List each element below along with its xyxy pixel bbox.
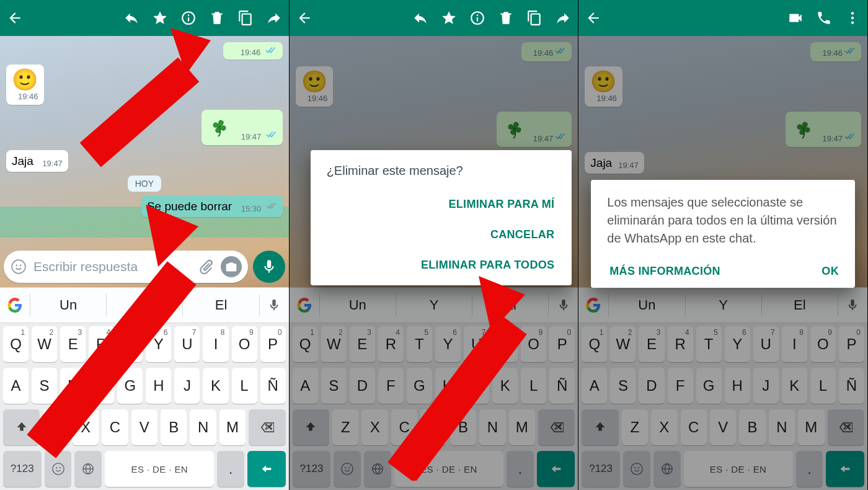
key-Q[interactable]: 1Q bbox=[3, 326, 29, 362]
key-E[interactable]: 3E bbox=[60, 326, 86, 362]
key-L[interactable]: L bbox=[232, 368, 257, 404]
key-Z[interactable]: Z bbox=[43, 409, 69, 445]
trash-icon[interactable] bbox=[497, 9, 515, 27]
key-W[interactable]: 2W bbox=[610, 326, 636, 362]
key-Q[interactable]: 1Q bbox=[582, 326, 607, 362]
message-sent[interactable]: 19:46 bbox=[223, 42, 283, 60]
video-icon[interactable] bbox=[787, 9, 804, 27]
key-P[interactable]: 0P bbox=[549, 326, 575, 362]
info-icon[interactable] bbox=[180, 9, 197, 27]
key-B[interactable]: B bbox=[739, 409, 765, 445]
google-icon[interactable] bbox=[0, 298, 30, 313]
key-R[interactable]: 4R bbox=[378, 326, 404, 362]
key-V[interactable]: V bbox=[710, 409, 736, 445]
key-G[interactable]: G bbox=[696, 368, 722, 404]
key-S[interactable]: S bbox=[610, 368, 636, 404]
key-L[interactable]: L bbox=[521, 368, 546, 404]
message-received[interactable]: 🙂 19:46 bbox=[6, 65, 44, 105]
enter-key[interactable] bbox=[247, 451, 286, 487]
key-K[interactable]: K bbox=[203, 368, 228, 404]
message-sent-selected[interactable]: Se puede borrar 15:30 bbox=[141, 195, 283, 217]
key-R[interactable]: 4R bbox=[89, 326, 114, 362]
key-E[interactable]: 3E bbox=[350, 326, 375, 362]
key-F[interactable]: F bbox=[378, 368, 404, 404]
key-N[interactable]: N bbox=[769, 409, 795, 445]
keyboard-mic-icon[interactable] bbox=[259, 294, 289, 316]
emoji-key[interactable] bbox=[45, 451, 72, 487]
mic-button[interactable] bbox=[253, 251, 285, 283]
copy-icon[interactable] bbox=[526, 9, 543, 27]
numbers-key[interactable]: ?123 bbox=[3, 451, 42, 487]
period-key[interactable]: . bbox=[217, 451, 244, 487]
key-M[interactable]: M bbox=[798, 409, 824, 445]
delete-for-all-button[interactable]: ELIMINAR PARA TODOS bbox=[327, 250, 559, 280]
key-U[interactable]: 7U bbox=[174, 326, 200, 362]
suggestion-1[interactable]: Un bbox=[30, 294, 106, 316]
key-Q[interactable]: 1Q bbox=[293, 326, 318, 362]
star-icon[interactable] bbox=[440, 9, 458, 27]
key-Ñ[interactable]: Ñ bbox=[839, 368, 864, 404]
message-sent[interactable]: 19:47 bbox=[202, 110, 282, 145]
key-A[interactable]: A bbox=[293, 368, 318, 404]
key-W[interactable]: 2W bbox=[32, 326, 57, 362]
key-D[interactable]: D bbox=[639, 368, 664, 404]
key-Ñ[interactable]: Ñ bbox=[260, 368, 286, 404]
backspace-key[interactable] bbox=[249, 409, 285, 445]
key-S[interactable]: S bbox=[32, 368, 57, 404]
key-O[interactable]: 9O bbox=[521, 326, 546, 362]
key-Y[interactable]: 6Y bbox=[725, 326, 750, 362]
key-V[interactable]: V bbox=[420, 409, 446, 445]
key-N[interactable]: N bbox=[190, 409, 216, 445]
key-F[interactable]: F bbox=[89, 368, 114, 404]
suggestion-3[interactable]: El bbox=[182, 294, 259, 316]
key-D[interactable]: D bbox=[60, 368, 86, 404]
key-I[interactable]: 8I bbox=[782, 326, 807, 362]
key-O[interactable]: 9O bbox=[232, 326, 257, 362]
key-J[interactable]: J bbox=[174, 368, 200, 404]
forward-icon[interactable] bbox=[265, 9, 283, 27]
reply-icon[interactable] bbox=[412, 9, 429, 27]
more-icon[interactable] bbox=[844, 9, 861, 27]
key-A[interactable]: A bbox=[3, 368, 29, 404]
key-G[interactable]: G bbox=[117, 368, 143, 404]
spacebar-key[interactable]: ES · DE · EN bbox=[105, 451, 214, 487]
key-U[interactable]: 7U bbox=[753, 326, 779, 362]
star-icon[interactable] bbox=[151, 9, 169, 27]
key-J[interactable]: J bbox=[464, 368, 489, 404]
key-V[interactable]: V bbox=[131, 409, 157, 445]
back-icon[interactable] bbox=[6, 9, 24, 27]
key-A[interactable]: A bbox=[582, 368, 607, 404]
message-received[interactable]: Jaja 19:47 bbox=[6, 150, 68, 172]
key-C[interactable]: C bbox=[102, 409, 128, 445]
shift-key[interactable] bbox=[3, 409, 40, 445]
key-X[interactable]: X bbox=[651, 409, 677, 445]
key-Y[interactable]: 6Y bbox=[435, 326, 461, 362]
key-M[interactable]: M bbox=[509, 409, 535, 445]
info-icon[interactable] bbox=[469, 9, 486, 27]
key-N[interactable]: N bbox=[479, 409, 505, 445]
key-C[interactable]: C bbox=[391, 409, 417, 445]
key-B[interactable]: B bbox=[450, 409, 476, 445]
key-F[interactable]: F bbox=[668, 368, 693, 404]
key-Y[interactable]: 6Y bbox=[146, 326, 171, 362]
emoji-icon[interactable] bbox=[10, 258, 27, 275]
key-S[interactable]: S bbox=[321, 368, 347, 404]
back-icon[interactable] bbox=[296, 9, 313, 27]
key-J[interactable]: J bbox=[753, 368, 779, 404]
key-K[interactable]: K bbox=[492, 368, 518, 404]
key-H[interactable]: H bbox=[435, 368, 461, 404]
ok-button[interactable]: OK bbox=[819, 260, 841, 283]
key-G[interactable]: G bbox=[407, 368, 432, 404]
key-R[interactable]: 4R bbox=[668, 326, 693, 362]
key-W[interactable]: 2W bbox=[321, 326, 347, 362]
phone-icon[interactable] bbox=[815, 9, 833, 27]
key-P[interactable]: 0P bbox=[260, 326, 286, 362]
key-Z[interactable]: Z bbox=[622, 409, 648, 445]
language-key[interactable] bbox=[74, 451, 102, 487]
key-Z[interactable]: Z bbox=[332, 409, 358, 445]
copy-icon[interactable] bbox=[237, 9, 254, 27]
key-X[interactable]: X bbox=[73, 409, 99, 445]
key-I[interactable]: 8I bbox=[492, 326, 518, 362]
key-H[interactable]: H bbox=[725, 368, 750, 404]
key-T[interactable]: 5T bbox=[407, 326, 432, 362]
